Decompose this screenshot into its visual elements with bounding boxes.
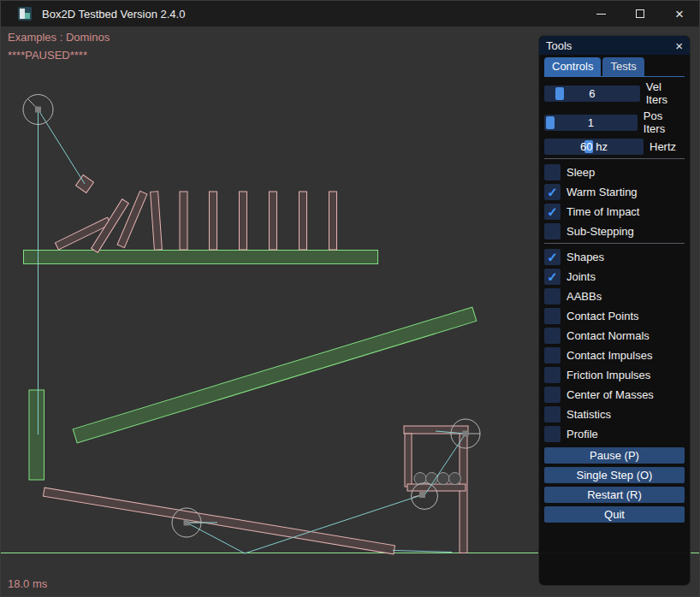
checkbox-row-sub-stepping[interactable]: Sub-Stepping bbox=[544, 223, 685, 239]
checkbox-row-statistics[interactable]: Statistics bbox=[544, 406, 685, 423]
vel-iters-label: Vel Iters bbox=[646, 80, 685, 106]
app-window: Box2D Testbed Version 2.4.0 × bbox=[0, 0, 700, 597]
simulation-viewport[interactable]: Examples : Dominos ****PAUSED**** 18.0 m… bbox=[1, 27, 700, 597]
frame-time-label: 18.0 ms bbox=[8, 577, 47, 590]
tools-panel: Tools × Controls Tests 6 Vel Iters bbox=[538, 35, 691, 586]
vertical-green-box bbox=[29, 390, 44, 480]
domino-standing[interactable] bbox=[270, 192, 277, 250]
checkbox-row-warm-starting[interactable]: Warm Starting bbox=[544, 184, 685, 200]
joints-checkbox[interactable] bbox=[544, 269, 561, 285]
minimize-icon bbox=[596, 14, 606, 15]
sub-stepping-checkbox[interactable] bbox=[544, 223, 561, 239]
panel-close-icon[interactable]: × bbox=[675, 39, 683, 52]
joint-line bbox=[39, 109, 86, 184]
tools-panel-titlebar[interactable]: Tools × bbox=[539, 36, 690, 55]
tab-tests[interactable]: Tests bbox=[602, 57, 644, 76]
maximize-icon bbox=[636, 9, 644, 18]
checkbox-row-shapes[interactable]: Shapes bbox=[544, 249, 685, 265]
slider-row-vel-iters: 6 Vel Iters bbox=[544, 80, 685, 106]
quit-button[interactable]: Quit bbox=[544, 506, 685, 523]
vel-iters-slider[interactable]: 6 bbox=[544, 86, 640, 102]
aabbs-checkbox[interactable] bbox=[544, 288, 561, 304]
checkbox-row-contact-normals[interactable]: Contact Normals bbox=[544, 328, 685, 344]
separator bbox=[544, 243, 685, 244]
checkbox-row-contact-impulses[interactable]: Contact Impulses bbox=[544, 347, 685, 364]
ball[interactable] bbox=[449, 473, 461, 485]
app-logo-icon bbox=[18, 7, 32, 21]
statistics-checkbox[interactable] bbox=[544, 406, 561, 423]
slider-row-pos-iters: 1 Pos Iters bbox=[544, 109, 685, 135]
contact-impulses-checkbox[interactable] bbox=[544, 347, 561, 364]
contact-normals-checkbox[interactable] bbox=[544, 328, 561, 344]
checkbox-row-time-of-impact[interactable]: Time of Impact bbox=[544, 204, 685, 220]
separator bbox=[544, 158, 685, 159]
checkbox-row-aabbs[interactable]: AABBs bbox=[544, 288, 685, 304]
single-step-button[interactable]: Single Step (O) bbox=[544, 467, 685, 483]
domino-standing[interactable] bbox=[210, 192, 217, 250]
checkbox-row-sleep[interactable]: Sleep bbox=[544, 164, 685, 180]
tab-controls[interactable]: Controls bbox=[544, 57, 601, 76]
maximize-button[interactable] bbox=[620, 1, 660, 27]
titlebar: Box2D Testbed Version 2.4.0 × bbox=[1, 1, 699, 27]
checkbox-row-friction-impulses[interactable]: Friction Impulses bbox=[544, 367, 685, 383]
domino-shelf bbox=[24, 251, 378, 264]
frame-top-bar[interactable] bbox=[404, 426, 468, 434]
restart-button[interactable]: Restart (R) bbox=[544, 487, 685, 503]
tab-bar: Controls Tests bbox=[544, 57, 685, 77]
shapes-checkbox[interactable] bbox=[544, 249, 561, 265]
time-of-impact-checkbox[interactable] bbox=[544, 204, 561, 220]
center-of-masses-checkbox[interactable] bbox=[544, 387, 561, 403]
pause-button[interactable]: Pause (P) bbox=[544, 447, 685, 464]
hertz-label: Hertz bbox=[650, 140, 676, 153]
hertz-slider[interactable]: 60 hz bbox=[544, 139, 644, 155]
checkbox-row-contact-points[interactable]: Contact Points bbox=[544, 308, 685, 324]
ball[interactable] bbox=[437, 473, 449, 485]
domino-leaning[interactable] bbox=[151, 192, 163, 250]
frame-right-post[interactable] bbox=[460, 434, 467, 553]
sleep-checkbox[interactable] bbox=[544, 164, 561, 180]
pos-iters-label: Pos Iters bbox=[644, 109, 685, 135]
tools-panel-title: Tools bbox=[546, 39, 675, 52]
checkbox-row-profile[interactable]: Profile bbox=[544, 426, 685, 442]
minimize-button[interactable] bbox=[581, 1, 620, 27]
domino-standing[interactable] bbox=[240, 192, 247, 250]
joint-line bbox=[245, 495, 423, 554]
warm-starting-checkbox[interactable] bbox=[544, 184, 561, 200]
angled-plank bbox=[73, 307, 477, 443]
frame-left-post[interactable] bbox=[405, 434, 412, 487]
domino-standing[interactable] bbox=[329, 192, 337, 250]
friction-impulses-checkbox[interactable] bbox=[544, 367, 561, 383]
close-icon: × bbox=[675, 7, 684, 21]
checkbox-row-joints[interactable]: Joints bbox=[544, 269, 685, 285]
joint-line bbox=[393, 551, 452, 553]
checkbox-row-center-of-masses[interactable]: Center of Masses bbox=[544, 387, 685, 403]
close-button[interactable]: × bbox=[660, 1, 699, 27]
paused-status-label: ****PAUSED**** bbox=[8, 49, 87, 62]
pos-iters-slider[interactable]: 1 bbox=[544, 115, 638, 131]
window-title: Box2D Testbed Version 2.4.0 bbox=[42, 8, 185, 21]
contact-points-checkbox[interactable] bbox=[544, 308, 561, 324]
slider-row-hertz: 60 hz Hertz bbox=[544, 139, 685, 155]
profile-checkbox[interactable] bbox=[544, 426, 561, 442]
domino-standing[interactable] bbox=[300, 192, 307, 250]
domino-standing[interactable] bbox=[180, 192, 187, 250]
example-name-label: Examples : Dominos bbox=[8, 31, 110, 44]
